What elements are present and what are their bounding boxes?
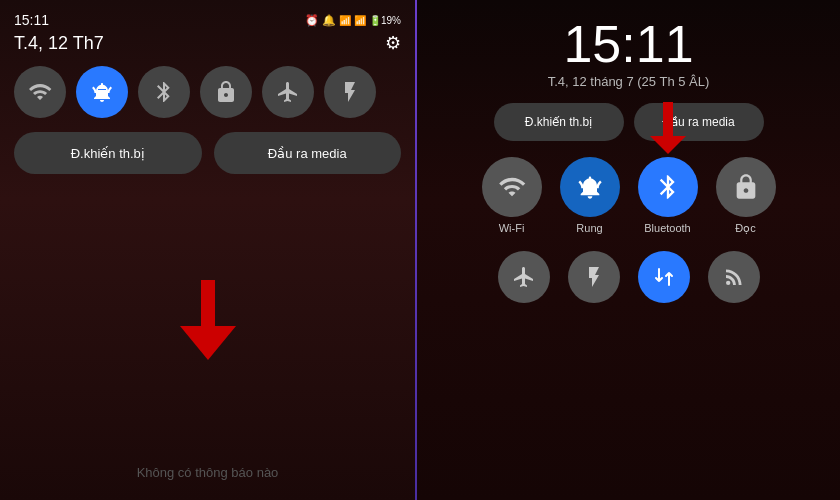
left-tile-bluetooth[interactable] [138, 66, 190, 118]
left-status-icons: ⏰ 🔔 📶 📶 🔋19% [305, 14, 401, 27]
left-media-buttons: Đ.khiến th.bị Đầu ra media [14, 132, 401, 174]
right-time: 15:11 [433, 18, 824, 70]
battery-icon: 🔋19% [369, 15, 401, 26]
right-bluetooth-label: Bluetooth [644, 222, 690, 234]
right-wifi-label: Wi-Fi [499, 222, 525, 234]
alarm-icon: ⏰ [305, 14, 319, 27]
right-tile-wifi[interactable] [482, 157, 542, 217]
right-date: T.4, 12 tháng 7 (25 Th 5 ÂL) [433, 74, 824, 89]
left-date: T.4, 12 Th7 [14, 33, 104, 54]
right-lock-label: Đọc [735, 222, 755, 235]
svg-rect-0 [201, 280, 215, 326]
left-tile-lock[interactable] [200, 66, 252, 118]
left-tile-flashlight[interactable] [324, 66, 376, 118]
settings-icon[interactable]: ⚙ [385, 32, 401, 54]
bluetooth-arrow [650, 102, 686, 158]
left-date-row: T.4, 12 Th7 ⚙ [14, 32, 401, 54]
right-lock-wrap: Đọc [716, 157, 776, 235]
right-device-control-btn[interactable]: Đ.khiến th.bị [494, 103, 624, 141]
right-tiles-row2 [433, 251, 824, 303]
right-flashlight-wrap [568, 251, 620, 303]
right-tile-lock[interactable] [716, 157, 776, 217]
right-vibrate-wrap: Rung [560, 157, 620, 235]
right-tile-airplane[interactable] [498, 251, 550, 303]
right-tile-vibrate[interactable] [560, 157, 620, 217]
left-arrow-container [14, 174, 401, 465]
left-device-control-btn[interactable]: Đ.khiến th.bị [14, 132, 202, 174]
left-tile-airplane[interactable] [262, 66, 314, 118]
right-tile-bluetooth[interactable] [638, 157, 698, 217]
right-rss-wrap [708, 251, 760, 303]
right-tile-transfer[interactable] [638, 251, 690, 303]
right-bluetooth-wrap: Bluetooth [638, 157, 698, 235]
right-vibrate-label: Rung [576, 222, 602, 234]
left-media-output-btn[interactable]: Đầu ra media [214, 132, 402, 174]
right-tile-rss[interactable] [708, 251, 760, 303]
left-quick-tiles [14, 66, 401, 118]
right-panel: 15:11 T.4, 12 tháng 7 (25 Th 5 ÂL) Đ.khi… [417, 0, 840, 500]
right-tile-flashlight[interactable] [568, 251, 620, 303]
down-arrow-icon [180, 280, 236, 360]
svg-point-4 [726, 281, 730, 285]
volume-icon: 🔔 [322, 14, 336, 27]
right-transfer-wrap [638, 251, 690, 303]
signal2-icon: 📶 [354, 15, 366, 26]
right-media-buttons: Đ.khiến th.bị Đầu ra media [433, 103, 824, 141]
right-tiles-row1: Wi-Fi Rung Bluetooth [433, 157, 824, 235]
left-tile-vibrate[interactable] [76, 66, 128, 118]
svg-rect-2 [663, 102, 673, 136]
right-wifi-wrap: Wi-Fi [482, 157, 542, 235]
left-status-bar: 15:11 ⏰ 🔔 📶 📶 🔋19% [14, 12, 401, 28]
svg-marker-3 [650, 136, 686, 154]
left-time: 15:11 [14, 12, 49, 28]
signal-icon: 📶 [339, 15, 351, 26]
left-no-notification: Không có thông báo nào [14, 465, 401, 488]
left-tile-wifi[interactable] [14, 66, 66, 118]
right-airplane-wrap [498, 251, 550, 303]
left-panel: 15:11 ⏰ 🔔 📶 📶 🔋19% T.4, 12 Th7 ⚙ [0, 0, 415, 500]
svg-marker-1 [180, 326, 236, 360]
